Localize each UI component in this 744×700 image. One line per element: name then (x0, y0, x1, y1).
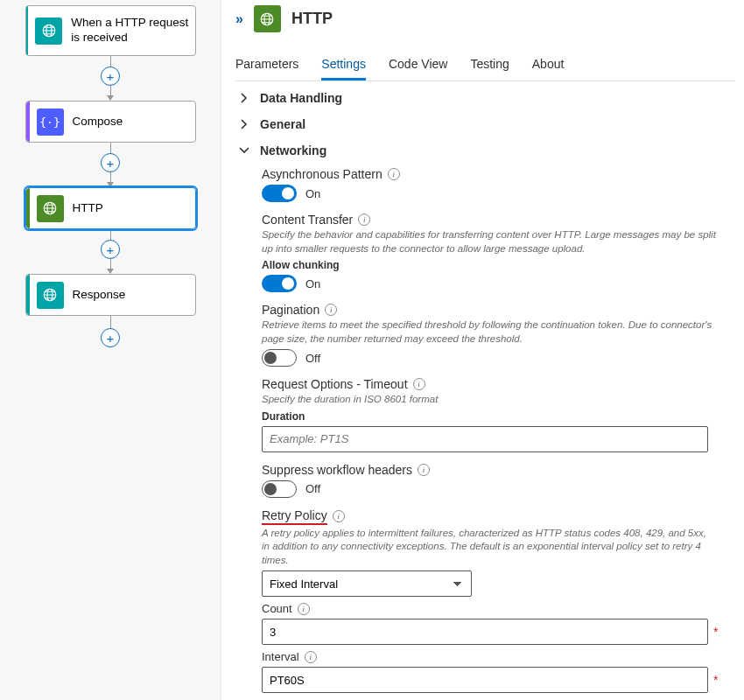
info-icon[interactable]: i (358, 214, 370, 226)
duration-input[interactable] (262, 426, 708, 452)
pagination-toggle[interactable] (262, 349, 297, 367)
add-step-button[interactable]: + (101, 328, 120, 347)
suppress-headers-toggle[interactable] (262, 480, 297, 498)
node-title: Compose (73, 115, 123, 130)
chevron-down-icon (239, 145, 249, 156)
async-pattern-label: Asynchronous Pattern i (262, 167, 735, 181)
retry-count-label: Count i (262, 602, 735, 615)
required-indicator: * (713, 673, 718, 687)
timeout-desc: Specify the duration in ISO 8601 format (262, 393, 717, 407)
workflow-designer: When a HTTP request is received+{·}Compo… (0, 0, 221, 700)
info-icon[interactable]: i (325, 304, 337, 316)
action-settings-panel: » HTTP ParametersSettingsCode ViewTestin… (221, 0, 744, 700)
info-icon[interactable]: i (333, 510, 345, 522)
globe-icon (37, 282, 64, 309)
content-transfer-desc: Specify the behavior and capabilities fo… (262, 228, 717, 256)
async-pattern-toggle[interactable] (262, 185, 297, 202)
suppress-headers-label: Suppress workflow headers i (262, 463, 735, 477)
retry-policy-label: Retry Policy i (262, 508, 735, 525)
tab-testing[interactable]: Testing (470, 52, 509, 80)
globe-icon (35, 18, 62, 45)
tab-about[interactable]: About (532, 52, 565, 80)
duration-field-label: Duration (262, 410, 735, 423)
pagination-label: Pagination i (262, 303, 735, 317)
info-icon[interactable]: i (388, 168, 400, 180)
info-icon[interactable]: i (418, 464, 430, 476)
retry-interval-label: Interval i (262, 650, 735, 663)
info-icon[interactable]: i (413, 378, 425, 390)
braces-icon: {·} (37, 108, 64, 136)
tab-parameters[interactable]: Parameters (235, 52, 298, 80)
tab-code-view[interactable]: Code View (389, 52, 447, 80)
add-step-button[interactable]: + (101, 153, 120, 172)
retry-count-input[interactable] (262, 619, 708, 645)
workflow-node-response[interactable]: Response (25, 274, 196, 316)
tab-settings[interactable]: Settings (321, 52, 366, 80)
workflow-node-http[interactable]: HTTP (25, 187, 196, 229)
node-title: Response (73, 288, 126, 303)
http-connector-icon (254, 5, 281, 32)
pagination-desc: Retrieve items to meet the specified thr… (262, 318, 717, 346)
add-step-button[interactable]: + (101, 66, 120, 86)
required-indicator: * (713, 625, 718, 639)
content-transfer-label: Content Transfer i (262, 213, 735, 227)
node-title: HTTP (73, 201, 103, 216)
tab-bar: ParametersSettingsCode ViewTestingAbout (235, 52, 735, 81)
collapse-panel-icon[interactable]: » (235, 11, 243, 27)
retry-policy-desc: A retry policy applies to intermittent f… (262, 527, 717, 568)
panel-title: HTTP (291, 10, 333, 28)
section-networking[interactable]: Networking (235, 137, 735, 164)
chevron-right-icon (239, 119, 249, 130)
add-step-button[interactable]: + (101, 240, 120, 259)
section-general[interactable]: General (235, 111, 735, 137)
retry-policy-type-select[interactable]: Fixed Interval (262, 570, 472, 597)
workflow-node-trigger[interactable]: When a HTTP request is received (25, 5, 196, 56)
node-title: When a HTTP request is received (71, 16, 194, 46)
section-data-handling[interactable]: Data Handling (235, 85, 735, 111)
info-icon[interactable]: i (305, 651, 317, 663)
allow-chunking-label: Allow chunking (262, 259, 735, 271)
chevron-right-icon (239, 93, 249, 103)
globe-icon (37, 195, 64, 222)
info-icon[interactable]: i (298, 603, 310, 615)
timeout-label: Request Options - Timeout i (262, 377, 735, 391)
workflow-node-compose[interactable]: {·}Compose (25, 101, 196, 143)
allow-chunking-toggle[interactable] (262, 275, 297, 292)
retry-interval-input[interactable] (262, 667, 708, 693)
